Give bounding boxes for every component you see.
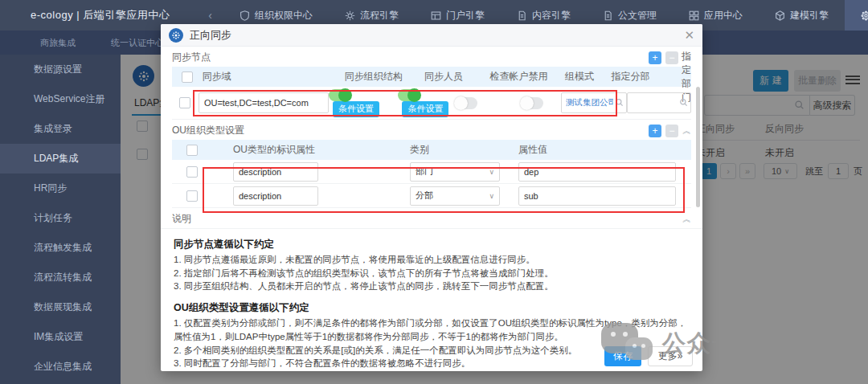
sync-person-toggle[interactable] <box>398 89 420 101</box>
select-all-checkbox[interactable] <box>186 145 198 156</box>
sidebar-item-integration-login[interactable]: 集成登录 <box>0 114 121 144</box>
topnav-label: 内容引擎 <box>532 9 571 22</box>
add-row-icon[interactable]: + <box>649 51 661 64</box>
gear-icon <box>345 10 355 21</box>
sidebar-item-enterprise-info[interactable]: 企业信息集成 <box>0 352 121 382</box>
remove-row-icon[interactable]: − <box>665 51 678 64</box>
col-group-mode: 组模式 <box>565 70 612 84</box>
collapse-icon[interactable]: ︽ <box>682 52 691 63</box>
sync-node-table: 同步域 同步组织结构 同步人员 检查帐户禁用 组模式 指定分部 指定部门 条件设… <box>172 67 691 120</box>
subcompany-value: 测试集团公司 <box>566 97 613 108</box>
row-checkbox[interactable] <box>179 97 190 108</box>
sync-domain-input[interactable] <box>199 92 329 113</box>
col-subcompany: 指定分部 <box>612 70 682 84</box>
category-value: 部门 <box>416 165 433 178</box>
col-check-disable: 检查帐户禁用 <box>490 70 565 84</box>
select-all-checkbox[interactable] <box>182 71 193 83</box>
notes-label: 说明 <box>172 212 191 226</box>
sidebar-item-datasource[interactable]: 数据源设置 <box>0 55 121 84</box>
sync-node-row: 条件设置 条件设置 测试集团公司 <box>172 87 691 120</box>
topnav-label: 门户引擎 <box>446 9 485 22</box>
sidebar-item-webservice[interactable]: WebService注册 <box>0 84 121 114</box>
table-header-row: OU类型的标识属性 类别 属性值 <box>172 140 691 160</box>
category-select[interactable]: 分部 ∨ <box>410 186 500 206</box>
attr-value-input[interactable] <box>518 162 676 182</box>
ou-attr-input[interactable] <box>233 162 318 182</box>
sidebar-item-workflow-trigger[interactable]: 流程触发集成 <box>0 233 121 263</box>
ou-type-row: 部门 ∨ <box>172 160 691 184</box>
sidebar-item-scheduled-task[interactable]: 计划任务 <box>0 203 121 233</box>
org-condition-button[interactable]: 条件设置 <box>333 101 379 117</box>
sidebar-item-hr-sync[interactable]: HR同步 <box>0 174 121 203</box>
search-icon <box>615 98 624 107</box>
nav-back-chevron-icon[interactable]: ‹ <box>208 9 212 22</box>
integration-snowflake-icon <box>861 10 868 21</box>
col-sync-person: 同步人员 <box>424 70 489 84</box>
layout-icon <box>431 10 441 21</box>
note-line: 2. 指定部门后将不再检测该节点的组织类型标识，该节点下的所有子节点将被当成部门… <box>174 267 690 280</box>
chevron-down-icon: ∨ <box>489 168 494 176</box>
add-row-icon[interactable]: + <box>649 125 661 137</box>
notes-heading-sync-node: 同步节点遵循以下约定 <box>174 237 690 251</box>
col-attr-value: 属性值 <box>518 143 691 157</box>
screen: e-cology | 后端引擎应用中心 ‹ 组织权限中心 流程引擎 门户引擎 内… <box>0 0 868 384</box>
shield-icon <box>240 10 250 21</box>
save-button[interactable]: 保存 <box>604 346 641 366</box>
topnav-label: 组织权限中心 <box>255 9 313 22</box>
row-checkbox[interactable] <box>186 166 198 178</box>
search-icon <box>679 98 688 107</box>
topnav-label: 公文管理 <box>618 9 657 22</box>
topnav-label: 建模引擎 <box>790 9 829 22</box>
sync-modal-icon <box>169 28 183 43</box>
person-condition-button[interactable]: 条件设置 <box>402 101 448 117</box>
sync-org-toggle[interactable] <box>329 89 351 101</box>
col-category: 类别 <box>410 143 518 157</box>
ou-type-section-header: OU组织类型设置 + − ︽ <box>161 120 702 140</box>
notes-section-header: 说明 ︽ <box>161 208 702 229</box>
ou-attr-input[interactable] <box>233 186 318 206</box>
row-checkbox[interactable] <box>186 190 198 202</box>
attr-value-input[interactable] <box>518 186 676 206</box>
department-lookup-field[interactable] <box>627 92 691 113</box>
apps-grid-icon <box>689 10 699 21</box>
sidebar-item-data-display[interactable]: 数据展现集成 <box>0 292 121 322</box>
ou-type-row: 分部 ∨ <box>172 184 691 208</box>
ou-type-label: OU组织类型设置 <box>172 124 244 137</box>
topnav-label: 流程引擎 <box>360 9 399 22</box>
group-mode-toggle[interactable] <box>521 97 543 109</box>
subcompany-lookup-field[interactable]: 测试集团公司 <box>561 92 627 113</box>
collapse-icon[interactable]: ︽ <box>682 125 691 137</box>
modal-scrollbar[interactable] <box>696 87 700 207</box>
ou-type-table: OU类型的标识属性 类别 属性值 部门 ∨ <box>172 140 691 208</box>
note-line: 1. 同步节点遵循最近原则，未配置的同步节点，将使用最靠近的上级配置信息进行同步… <box>174 253 690 267</box>
modal-footer: 保存 更多» <box>604 346 693 366</box>
forward-sync-modal: 正向同步 ✕ 同步节点 + − ︽ 同步域 同步组织结构 同步人员 检查帐户禁用… <box>161 24 702 371</box>
sync-node-label: 同步节点 <box>172 51 211 64</box>
notes-heading-ou-type: OU组织类型设置遵循以下约定 <box>174 300 690 315</box>
document-icon <box>517 10 527 21</box>
topnav-item-integration-center[interactable]: 集成中心 <box>845 0 868 31</box>
app-logo: e-cology | 后端引擎应用中心 <box>31 8 170 22</box>
integration-snowflake-icon <box>171 31 181 40</box>
check-disable-toggle[interactable] <box>455 97 477 109</box>
sidebar-item-im-settings[interactable]: IM集成设置 <box>0 322 121 352</box>
remove-row-icon[interactable]: − <box>665 125 678 137</box>
table-header-row: 同步域 同步组织结构 同步人员 检查帐户禁用 组模式 指定分部 指定部门 <box>172 67 691 87</box>
col-ou-attr: OU类型的标识属性 <box>212 143 410 157</box>
sidebar-item-workflow-transfer[interactable]: 流程流转集成 <box>0 263 121 292</box>
subtab-business-travel[interactable]: 商旅集成 <box>23 31 93 55</box>
close-icon[interactable]: ✕ <box>684 29 694 41</box>
col-sync-org: 同步组织结构 <box>345 70 424 84</box>
sidebar-item-ldap[interactable]: LDAP集成 <box>0 144 121 174</box>
more-button[interactable]: 更多» <box>648 346 693 366</box>
collapse-icon[interactable]: ︽ <box>682 214 691 225</box>
category-select[interactable]: 部门 ∨ <box>410 162 500 182</box>
cube-icon <box>775 10 785 21</box>
sidebar: 数据源设置 WebService注册 集成登录 LDAP集成 HR同步 计划任务… <box>0 55 121 384</box>
modal-title: 正向同步 <box>190 28 231 43</box>
topnav-item-modeling-engine[interactable]: 建模引擎 <box>759 0 845 31</box>
note-line: 3. 同步至组织结构、人员都未开启的节点，将停止该节点的同步，跳转至下一同步节点… <box>174 280 690 293</box>
topnav-label: 应用中心 <box>704 9 743 22</box>
document-icon <box>603 10 613 21</box>
chevron-down-icon: ∨ <box>489 192 494 200</box>
